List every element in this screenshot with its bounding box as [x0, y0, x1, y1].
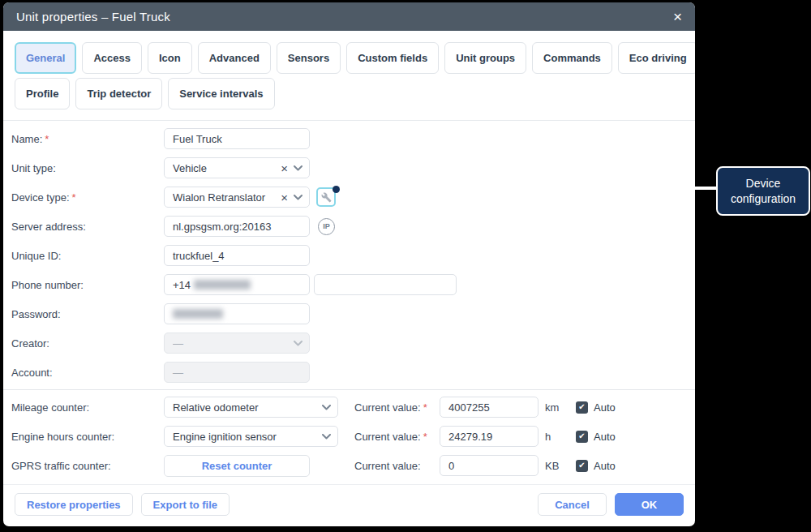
phone-number-input[interactable]: +14	[164, 274, 310, 295]
current-value-label: Current value:*	[354, 431, 440, 443]
close-icon[interactable]: ×	[673, 9, 682, 24]
creator-label: Creator:	[11, 337, 164, 350]
wrench-icon	[321, 192, 332, 203]
gprs-control-cell: Reset counter	[164, 455, 338, 477]
server-address-label: Server address:	[11, 221, 164, 233]
password-input[interactable]	[164, 303, 310, 324]
phone-number-secondary-input[interactable]	[314, 274, 457, 295]
export-to-file-button[interactable]: Export to file	[141, 493, 230, 516]
required-asterisk: *	[423, 401, 427, 414]
account-input: —	[164, 362, 310, 383]
chevron-down-icon[interactable]	[322, 434, 331, 440]
engine-hours-counter-row: Engine hours counter: Engine ignition se…	[11, 422, 695, 451]
creator-row: Creator: —	[11, 328, 695, 358]
engine-hours-auto-checkbox[interactable]: ✔	[576, 431, 588, 443]
mileage-auto-checkbox[interactable]: ✔	[576, 401, 588, 414]
dialog-footer: Restore properties Export to file Cancel…	[3, 484, 695, 526]
tab-profile[interactable]: Profile	[15, 78, 70, 109]
mileage-unit-label: km	[545, 401, 566, 414]
engine-hours-counter-value: Engine ignition sensor	[173, 431, 322, 443]
device-configuration-callout: Device configuration	[716, 166, 810, 216]
dialog-titlebar: Unit properties – Fuel Truck ×	[3, 2, 695, 31]
gprs-unit-label: KB	[545, 460, 566, 472]
unique-id-input[interactable]	[164, 245, 310, 266]
ok-button[interactable]: OK	[615, 493, 684, 516]
unit-type-select[interactable]: Vehicle ×	[164, 157, 310, 178]
gprs-traffic-counter-label: GPRS traffic counter:	[11, 460, 164, 472]
current-value-label: Current value:	[354, 460, 440, 472]
device-type-select[interactable]: Wialon Retranslator ×	[164, 187, 310, 208]
chevron-down-icon[interactable]	[322, 405, 331, 410]
unit-type-row: Unit type: Vehicle ×	[11, 153, 695, 182]
clear-icon[interactable]: ×	[281, 162, 288, 174]
redacted-value	[194, 280, 251, 290]
tab-unit-groups[interactable]: Unit groups	[444, 42, 526, 74]
phone-number-visible-value: +14	[173, 279, 191, 291]
server-address-row: Server address: IP	[11, 212, 695, 241]
engine-hours-counter-label: Engine hours counter:	[11, 431, 164, 443]
callout-connector-dot	[333, 186, 340, 193]
reset-counter-button[interactable]: Reset counter	[164, 455, 310, 477]
tab-general[interactable]: General	[15, 42, 76, 74]
tab-icon[interactable]: Icon	[148, 42, 192, 74]
server-address-input[interactable]	[164, 216, 310, 237]
name-row: Name:*	[11, 124, 695, 153]
account-row: Account: —	[11, 358, 695, 387]
mileage-current-value-input[interactable]	[440, 397, 539, 418]
device-type-label: Device type:*	[11, 191, 164, 204]
creator-value: —	[173, 337, 294, 350]
auto-label: Auto	[594, 431, 616, 443]
counters-section: Mileage counter: Relative odometer Curre…	[3, 389, 695, 480]
required-asterisk: *	[423, 431, 427, 443]
tab-trip-detector[interactable]: Trip detector	[75, 78, 162, 109]
callout-connector-line	[337, 187, 719, 190]
phone-number-row: Phone number: +14	[11, 270, 695, 299]
tab-access[interactable]: Access	[82, 42, 142, 74]
general-form: Name:* Unit type: Vehicle × Device type:…	[3, 120, 695, 387]
unit-type-label: Unit type:	[11, 162, 164, 174]
tab-commands[interactable]: Commands	[532, 42, 612, 74]
dialog-title: Unit properties – Fuel Truck	[16, 10, 170, 24]
engine-hours-counter-select[interactable]: Engine ignition sensor	[164, 426, 338, 447]
phone-number-label: Phone number:	[11, 279, 164, 291]
redacted-value	[173, 309, 223, 319]
ip-icon[interactable]: IP	[318, 218, 335, 235]
tab-eco-driving[interactable]: Eco driving	[618, 42, 695, 74]
unique-id-label: Unique ID:	[11, 250, 164, 262]
name-label: Name:*	[11, 133, 164, 145]
engine-hours-current-value-input[interactable]	[440, 426, 539, 447]
device-type-value: Wialon Retranslator	[173, 191, 277, 204]
required-asterisk: *	[45, 133, 49, 145]
check-icon: ✔	[578, 403, 585, 411]
tab-sensors[interactable]: Sensors	[277, 42, 341, 74]
gprs-traffic-counter-row: GPRS traffic counter: Reset counter Curr…	[11, 451, 695, 480]
unique-id-row: Unique ID:	[11, 241, 695, 270]
current-value-label: Current value:*	[354, 401, 440, 414]
gprs-current-value-input[interactable]	[440, 455, 539, 476]
auto-label: Auto	[594, 460, 616, 472]
account-value: —	[173, 367, 183, 379]
tab-row-1: General Access Icon Advanced Sensors Cus…	[15, 42, 684, 74]
password-label: Password:	[11, 308, 164, 320]
name-input[interactable]	[164, 128, 310, 149]
tab-row-2: Profile Trip detector Service intervals	[15, 78, 684, 109]
chevron-down-icon[interactable]	[294, 195, 303, 200]
restore-properties-button[interactable]: Restore properties	[15, 493, 133, 516]
mileage-counter-select[interactable]: Relative odometer	[164, 397, 338, 418]
unit-type-value: Vehicle	[173, 162, 277, 174]
unit-properties-dialog: Unit properties – Fuel Truck × General A…	[3, 2, 695, 526]
clear-icon[interactable]: ×	[281, 191, 288, 204]
tab-custom-fields[interactable]: Custom fields	[346, 42, 439, 74]
mileage-counter-label: Mileage counter:	[11, 401, 164, 414]
creator-select: —	[164, 332, 310, 354]
account-label: Account:	[11, 367, 164, 379]
gprs-auto-checkbox[interactable]: ✔	[576, 460, 588, 472]
mileage-counter-row: Mileage counter: Relative odometer Curre…	[11, 393, 695, 422]
cancel-button[interactable]: Cancel	[538, 493, 607, 516]
required-asterisk: *	[72, 191, 76, 204]
tab-advanced[interactable]: Advanced	[198, 42, 271, 74]
chevron-down-icon[interactable]	[294, 165, 303, 171]
check-icon: ✔	[578, 432, 585, 440]
check-icon: ✔	[578, 461, 585, 470]
tab-service-intervals[interactable]: Service intervals	[168, 78, 274, 109]
